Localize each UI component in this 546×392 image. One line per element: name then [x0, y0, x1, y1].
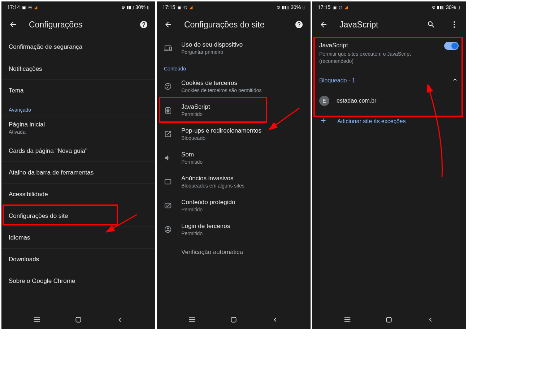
svg-point-5: [167, 87, 168, 88]
svg-point-3: [166, 85, 168, 86]
battery-icon: ▯: [458, 5, 460, 10]
item-sub: Perguntar primeiro: [181, 49, 303, 55]
item-label: Confirmação de segurança: [9, 43, 148, 51]
setting-popups[interactable]: Pop-ups e redirecionamentos Bloqueado: [157, 122, 311, 146]
devices-icon: [164, 44, 181, 52]
navigation-bar: [1, 311, 155, 329]
recents-button[interactable]: [185, 313, 199, 327]
settings-item-theme[interactable]: Tema: [1, 79, 155, 101]
wifi-icon: ⊚: [121, 5, 125, 10]
settings-item-toolbar-shortcut[interactable]: Atalho da barra de ferramentas: [1, 161, 155, 183]
status-right: ⊚ ▮▮▯ 30% ▯: [121, 4, 150, 10]
gallery-icon: ▣: [22, 5, 26, 10]
more-button[interactable]: [447, 17, 462, 32]
home-button[interactable]: [226, 313, 241, 327]
page-title: JavaScript: [339, 20, 415, 30]
wifi-icon: ⊚: [277, 5, 280, 10]
settings-item-about-chrome[interactable]: Sobre o Google Chrome: [1, 270, 155, 292]
item-label: Notificações: [9, 65, 148, 73]
chevron-up-icon: [451, 76, 459, 85]
battery-icon: ▯: [302, 5, 305, 10]
setting-ads[interactable]: Anúncios invasivos Bloqueados em alguns …: [157, 170, 311, 194]
settings-item-downloads[interactable]: Downloads: [1, 248, 155, 270]
svg-rect-1: [76, 317, 81, 322]
section-header-advanced: Avançado: [1, 101, 155, 116]
back-button[interactable]: [161, 17, 176, 32]
blocked-section-header[interactable]: Bloqueado - 1: [312, 70, 466, 91]
javascript-icon: [164, 106, 181, 114]
settings-item-notifications[interactable]: Notificações: [1, 58, 155, 79]
setting-sound[interactable]: Som Permitido: [157, 146, 311, 170]
signal-icon: ▮▮▯: [126, 5, 134, 10]
navigation-bar: [157, 311, 311, 329]
home-button[interactable]: [382, 313, 396, 327]
status-time: 17:15: [162, 4, 175, 10]
page-title: Configurações do site: [184, 20, 283, 30]
ads-icon: [164, 178, 181, 186]
recents-button[interactable]: [340, 313, 355, 327]
help-button[interactable]: [292, 17, 306, 32]
status-right: ⊚ ▮▮▯ 30% ▯: [277, 4, 305, 10]
site-domain: estadao.com.br: [337, 98, 376, 104]
back-button[interactable]: [6, 17, 20, 32]
settings-item-newtab-cards[interactable]: Cards da página "Nova guia": [1, 140, 155, 161]
status-left: 17:15 ▣ ◎ ◢: [162, 4, 192, 10]
setting-description: Permitir que sites executem o JavaScript…: [319, 51, 438, 65]
status-right: ⊚ ▮▮▯ 30% ▯: [432, 4, 460, 10]
setting-protected-content[interactable]: Conteúdo protegido Permitido: [157, 194, 311, 217]
svg-rect-6: [165, 180, 171, 184]
blocked-site-item[interactable]: E estadao.com.br: [312, 91, 466, 111]
item-label: Sobre o Google Chrome: [9, 277, 148, 285]
item-label: Login de terceiros: [181, 223, 303, 230]
item-sub: Permitido: [181, 111, 303, 117]
settings-item-accessibility[interactable]: Acessibilidade: [1, 183, 155, 205]
back-button[interactable]: [316, 17, 331, 32]
settings-item-languages[interactable]: Idiomas: [1, 227, 155, 248]
recents-button[interactable]: [30, 313, 44, 327]
settings-item-security[interactable]: Confirmação de segurança: [1, 36, 155, 58]
item-sub: Cookies de terceiros são permitidos: [181, 87, 303, 93]
protected-icon: [164, 202, 181, 210]
item-sub: Permitido: [181, 159, 303, 165]
settings-item-site-settings[interactable]: Configurações do site: [1, 205, 155, 227]
plus-icon: [319, 117, 327, 126]
svg-point-14: [454, 26, 455, 28]
setting-device-usage[interactable]: Uso do seu dispositivo Perguntar primeir…: [157, 36, 311, 60]
nav-back-button[interactable]: [268, 313, 282, 327]
settings-item-homepage[interactable]: Página inicial Ativada: [1, 116, 155, 140]
setting-javascript[interactable]: JavaScript Permitido: [157, 98, 311, 122]
sound-icon: [164, 154, 181, 162]
nav-back-button[interactable]: [113, 313, 127, 327]
item-sub: Bloqueados em alguns sites: [181, 183, 303, 189]
app-icon: ◢: [189, 5, 192, 10]
add-exception-button[interactable]: Adicionar site às exceções: [312, 111, 466, 132]
item-label: Cards da página "Nova guia": [9, 147, 148, 155]
item-label: Idiomas: [9, 234, 148, 241]
search-button[interactable]: [424, 17, 438, 32]
add-exception-label: Adicionar site às exceções: [337, 118, 406, 125]
setting-title: JavaScript: [319, 42, 438, 49]
app-icon: ◢: [34, 5, 37, 10]
javascript-toggle[interactable]: [444, 42, 459, 50]
gallery-icon: ▣: [177, 5, 181, 10]
site-settings-content: Uso do seu dispositivo Perguntar primeir…: [157, 36, 311, 311]
item-sub: Ativada: [9, 129, 148, 135]
svg-rect-11: [231, 317, 236, 322]
status-time: 17:14: [7, 4, 20, 10]
item-label: Pop-ups e redirecionamentos: [181, 127, 303, 134]
setting-third-party-login[interactable]: Login de terceiros Permitido: [157, 217, 311, 241]
battery-text: 30%: [291, 4, 301, 10]
nav-back-button[interactable]: [423, 313, 438, 327]
phone-screen-3: 17:15 ▣ ◎ ◢ ⊚ ▮▮▯ 30% ▯ JavaScript JavaS…: [312, 1, 466, 329]
home-button[interactable]: [71, 313, 86, 327]
item-label: Atalho da barra de ferramentas: [9, 169, 148, 176]
item-label: Som: [181, 151, 303, 158]
svg-rect-15: [386, 317, 391, 322]
item-label: Downloads: [9, 256, 148, 263]
svg-point-2: [165, 83, 171, 90]
help-button[interactable]: [136, 17, 151, 32]
javascript-toggle-row: JavaScript Permitir que sites executem o…: [312, 36, 466, 70]
setting-cookies[interactable]: Cookies de terceiros Cookies de terceiro…: [157, 74, 311, 98]
item-label: Cookies de terceiros: [181, 79, 303, 87]
setting-auto-verification[interactable]: Verificação automática: [157, 241, 311, 263]
